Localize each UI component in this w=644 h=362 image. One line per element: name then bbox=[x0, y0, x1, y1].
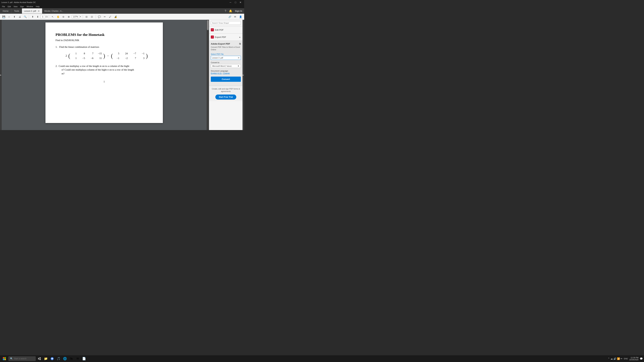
m2r1c3: −7 bbox=[131, 52, 136, 55]
right-panel: ✏ Edit PDF ↗ Export PDF ▲ Adobe Export P… bbox=[209, 20, 242, 130]
prev-page-button[interactable]: ⬆ bbox=[30, 14, 35, 19]
menubar: File Edit View Sign Window Help bbox=[0, 5, 244, 8]
problem2-number: 2. bbox=[56, 65, 57, 67]
bell-icon[interactable]: 🔔 bbox=[229, 9, 232, 12]
page-input[interactable] bbox=[40, 15, 45, 18]
pdf-page-number: 1 bbox=[56, 80, 153, 83]
upload-button[interactable]: ⬆ bbox=[12, 14, 17, 19]
m1r2c1: 1 bbox=[72, 56, 77, 60]
copy-icon[interactable]: ⧉ bbox=[239, 42, 241, 45]
export-pdf-icon: ↗ bbox=[211, 35, 214, 38]
tab-wexler[interactable]: Wexler, Charles - A... bbox=[42, 8, 65, 13]
tab-lesson3[interactable]: Lesson 3 .pdf ✕ bbox=[22, 8, 42, 13]
convert-to-label: Convert to bbox=[211, 61, 241, 63]
email-button[interactable]: ✉ bbox=[233, 14, 238, 19]
m1r1c1: 1 bbox=[72, 52, 77, 55]
tabbar-right: ? 🔔 Sign In bbox=[223, 8, 244, 13]
menu-file[interactable]: File bbox=[1, 5, 6, 8]
menu-sign[interactable]: Sign bbox=[19, 5, 25, 8]
matrix-equation: 2 ( 1 8 7 −15 1 −5 −6 bbox=[66, 52, 153, 60]
matrix-coeff: 2 bbox=[66, 54, 67, 58]
zoom-value[interactable]: 137% bbox=[72, 15, 79, 18]
tab-home[interactable]: Home bbox=[0, 8, 12, 13]
menu-window[interactable]: Window bbox=[25, 5, 34, 8]
pdf-title: PROBLEMS for the Hometask bbox=[56, 32, 153, 37]
selected-file-display: Lesson 3 .pdf ✕ bbox=[211, 56, 241, 60]
user-button[interactable]: 👤 bbox=[238, 14, 243, 19]
scrollbar-thumb[interactable] bbox=[207, 20, 209, 30]
export-panel-desc: Convert PDF Files to Word or Excel Onlin… bbox=[211, 46, 241, 51]
next-page-button[interactable]: ⬇ bbox=[36, 14, 40, 19]
export-chevron-icon: ▲ bbox=[239, 36, 241, 38]
maximize-button[interactable]: □ bbox=[233, 0, 238, 5]
change-language-button[interactable]: Change bbox=[223, 72, 230, 74]
hand-tool[interactable]: ✋ bbox=[56, 14, 60, 19]
titlebar-controls: ─ □ ✕ bbox=[228, 0, 243, 5]
toolbar: 💾 ☆ ⬆ 🖨 🔍 ⬆ ⬇ / 3 ↖ ✋ ⊖ ⊕ 137% ▼ ⊟ ⊡ 💬 ✏… bbox=[0, 14, 244, 20]
problem2-n2: n bbox=[107, 68, 109, 71]
page-total: 3 bbox=[46, 15, 48, 18]
left-panel-toggle[interactable]: ▶ bbox=[0, 20, 2, 130]
pdf-subtitle: Find in ZADAVALNIK bbox=[56, 39, 153, 42]
marquee-zoom[interactable]: ⊡ bbox=[90, 14, 94, 19]
cursor-tool[interactable]: ↖ bbox=[50, 14, 55, 19]
matrix2-data: 5 24 −7 −1 −1 −2 7 3 bbox=[114, 52, 144, 60]
matrix2-right-paren: ) bbox=[146, 53, 148, 59]
search-button[interactable]: 🔍 bbox=[23, 14, 28, 19]
bookmark-button[interactable]: ☆ bbox=[7, 14, 12, 19]
tab-tools[interactable]: Tools bbox=[12, 8, 22, 13]
export-panel-content: Adobe Export PDF ⧉ Convert PDF Files to … bbox=[209, 41, 242, 86]
matrix1-right-paren: ) bbox=[103, 53, 105, 59]
clear-file-button[interactable]: ✕ bbox=[238, 56, 240, 59]
edit-pdf-label: Edit PDF bbox=[215, 29, 241, 31]
pdf-problem-1: 1. Find the linear combination of matrix… bbox=[56, 45, 153, 60]
m1r2c2: −5 bbox=[80, 56, 85, 60]
matrix2-row2: −1 −2 7 3 bbox=[114, 56, 144, 60]
problem2-m: m bbox=[100, 65, 102, 67]
close-button[interactable]: ✕ bbox=[238, 0, 243, 5]
right-search-area bbox=[209, 20, 242, 26]
draw-shape-search[interactable] bbox=[211, 21, 241, 25]
matrix2-left-paren: ( bbox=[111, 53, 113, 59]
dropdown-chevron-icon: ▼ bbox=[238, 65, 239, 67]
zoom-dropdown-icon[interactable]: ▼ bbox=[80, 16, 81, 17]
tab-close-icon[interactable]: ✕ bbox=[38, 10, 40, 12]
pen-button[interactable]: ✏ bbox=[102, 14, 107, 19]
minimize-button[interactable]: ─ bbox=[228, 0, 233, 5]
m1r1c4: −15 bbox=[97, 52, 102, 55]
m2r2c3: 7 bbox=[131, 56, 136, 60]
forms-description: Create, edit and sign PDF forms & agreem… bbox=[211, 88, 241, 93]
pdf-page: PROBLEMS for the Hometask Find in ZADAVA… bbox=[46, 22, 163, 123]
help-icon[interactable]: ? bbox=[225, 9, 226, 12]
m1r1c2: 8 bbox=[80, 52, 85, 55]
save-button[interactable]: 💾 bbox=[1, 14, 6, 19]
convert-format-dropdown[interactable]: Microsoft Word (*.docx) ▼ bbox=[211, 64, 241, 68]
m1r1c3: 7 bbox=[88, 52, 94, 55]
m2r1c1: 5 bbox=[114, 52, 119, 55]
zoom-in-button[interactable]: ⊕ bbox=[66, 14, 71, 19]
print-button[interactable]: 🖨 bbox=[18, 14, 22, 19]
edit-pdf-header[interactable]: ✏ Edit PDF bbox=[211, 28, 241, 32]
signin-button[interactable]: Sign In bbox=[235, 10, 242, 12]
problem2-n: n bbox=[62, 68, 63, 71]
share-button[interactable]: 🔗 bbox=[228, 14, 232, 19]
m2r2c1: −1 bbox=[114, 56, 119, 60]
menu-edit[interactable]: Edit bbox=[6, 5, 12, 8]
highlight-button[interactable]: 🖊 bbox=[108, 14, 112, 19]
zoom-out-button[interactable]: ⊖ bbox=[61, 14, 66, 19]
toolbar-right: 🔗 ✉ 👤 bbox=[228, 14, 243, 19]
export-pdf-header[interactable]: ↗ Export PDF ▲ bbox=[211, 35, 241, 39]
pdf-scrollbar[interactable] bbox=[206, 20, 209, 130]
menu-help[interactable]: Help bbox=[34, 5, 41, 8]
pdf-viewer: PROBLEMS for the Hometask Find in ZADAVA… bbox=[2, 20, 206, 130]
start-trial-button[interactable]: Start Free Trial bbox=[215, 94, 236, 99]
select-file-label: Select PDF File bbox=[211, 53, 241, 55]
export-pdf-section: ↗ Export PDF ▲ bbox=[209, 33, 242, 41]
main-area: ▶ PROBLEMS for the Hometask Find in ZADA… bbox=[0, 20, 244, 130]
convert-button[interactable]: Convert bbox=[211, 77, 241, 82]
comment-button[interactable]: 💬 bbox=[97, 14, 102, 19]
right-panel-toggle[interactable]: ▶ bbox=[242, 20, 244, 130]
menu-view[interactable]: View bbox=[12, 5, 19, 8]
view-mode-button[interactable]: ⊟ bbox=[84, 14, 89, 19]
stamp-button[interactable]: 🔏 bbox=[113, 14, 118, 19]
